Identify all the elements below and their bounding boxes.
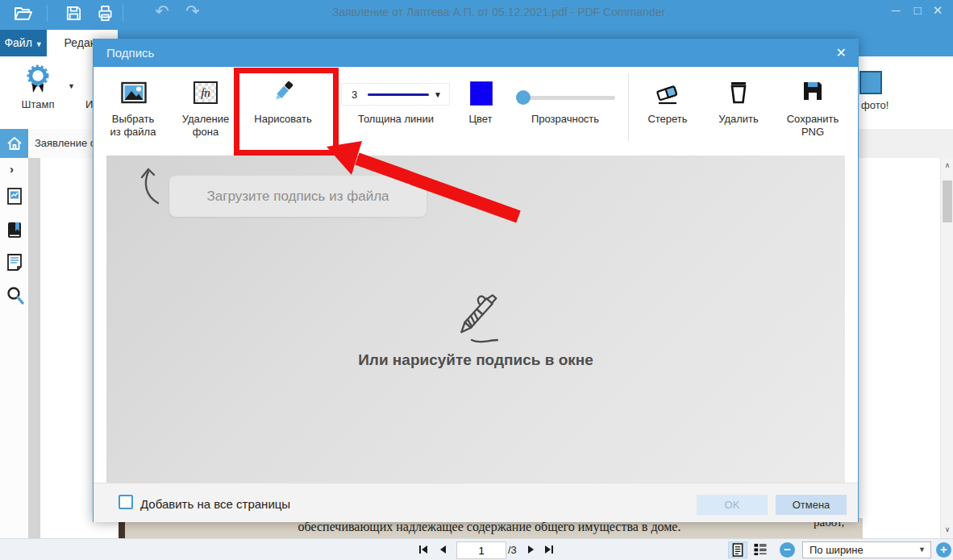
choose-from-file-button[interactable]: Выбрать из файла <box>96 113 170 139</box>
color-label: Цвет <box>456 113 505 126</box>
page-number-input[interactable] <box>456 541 506 559</box>
sidebar-panel <box>28 158 40 538</box>
highlight-rectangle <box>234 68 339 156</box>
choose-from-file-icon[interactable] <box>121 81 147 104</box>
zoom-mode-value: По ширине <box>809 544 864 556</box>
line-thickness-label: Толщина линии <box>331 113 460 126</box>
minimize-icon[interactable]: ─ <box>887 3 905 17</box>
dialog-close-icon[interactable]: ✕ <box>836 45 847 60</box>
line-thickness-select[interactable]: 3 ▼ <box>341 83 450 106</box>
draw-hint-label: Или нарисуйте подпись в окне <box>106 351 845 369</box>
previous-page-icon[interactable] <box>437 544 448 555</box>
caret-down-icon: ▼ <box>434 90 442 99</box>
color-swatch[interactable] <box>470 81 493 106</box>
erase-button[interactable]: Стереть <box>635 113 700 126</box>
caret-down-icon: ▼ <box>918 545 926 554</box>
maximize-icon[interactable]: □ <box>909 3 926 17</box>
opacity-label: Прозрачность <box>500 113 630 126</box>
cancel-button[interactable]: Отмена <box>776 495 847 515</box>
add-all-pages-checkbox[interactable] <box>119 495 133 509</box>
close-window-icon[interactable]: ✕ <box>929 3 947 18</box>
first-page-icon[interactable] <box>418 544 429 555</box>
vertical-scrollbar[interactable]: ∧ ∨ <box>940 158 953 538</box>
single-page-layout-icon[interactable] <box>728 541 747 558</box>
photo-icon <box>859 71 882 94</box>
open-folder-icon[interactable] <box>13 4 32 22</box>
line-preview <box>368 93 429 96</box>
file-menu-label: Файл <box>4 36 31 49</box>
two-page-layout-icon[interactable] <box>751 541 770 558</box>
toolbar-divider <box>628 73 629 141</box>
eraser-icon[interactable] <box>653 81 682 106</box>
signature-dialog: Подпись ✕ Выбрать из файла fn Удаление ф… <box>93 39 859 522</box>
search-icon[interactable] <box>6 285 25 306</box>
left-sidebar: › <box>0 158 29 538</box>
bookmarks-icon[interactable] <box>6 221 23 240</box>
ribbon-panel-left: ▼ Штамп И <box>0 56 93 129</box>
titlebar: ↶ ↷ Заявление от Лаптева А.П. от 05.12.2… <box>0 0 953 26</box>
window-title: Заявление от Лаптева А.П. от 05.12.2021.… <box>332 6 665 19</box>
dialog-header[interactable]: Подпись ✕ <box>94 39 858 67</box>
app-window: ↶ ↷ Заявление от Лаптева А.П. от 05.12.2… <box>0 0 953 560</box>
ok-button[interactable]: OK <box>697 495 768 515</box>
notes-icon[interactable] <box>6 253 23 272</box>
toolbar-divider <box>123 5 123 21</box>
line-thickness-value: 3 <box>352 89 357 101</box>
add-all-pages-label: Добавить на все страницы <box>140 497 290 511</box>
scroll-up-icon[interactable]: ∧ <box>941 161 953 169</box>
stamp-rosette-icon <box>22 64 54 93</box>
delete-button[interactable]: Удалить <box>706 113 771 126</box>
dialog-title: Подпись <box>106 46 154 60</box>
expand-chevron-icon[interactable]: › <box>10 162 14 176</box>
last-page-icon[interactable] <box>543 544 555 555</box>
ribbon-panel-right: фото! <box>859 56 953 127</box>
trash-icon[interactable] <box>727 80 750 104</box>
scroll-down-icon[interactable]: ∨ <box>941 525 953 533</box>
stamp-button[interactable]: Штамп <box>6 98 69 110</box>
thumbnails-icon[interactable] <box>6 187 23 206</box>
page-total-label: /3 <box>508 544 517 556</box>
print-icon[interactable] <box>95 4 114 23</box>
home-tab[interactable] <box>0 129 28 158</box>
zoom-in-button[interactable]: + <box>936 542 951 558</box>
pen-sketch-icon <box>449 284 510 346</box>
opacity-slider-track[interactable] <box>517 96 615 100</box>
scrollbar-thumb[interactable] <box>943 180 952 222</box>
save-png-icon[interactable] <box>801 80 824 102</box>
curved-arrow-icon <box>137 165 164 207</box>
remove-background-button[interactable]: Удаление фона <box>169 113 242 139</box>
undo-icon[interactable]: ↶ <box>155 2 169 21</box>
caret-down-icon: ▼ <box>35 40 43 48</box>
next-page-icon[interactable] <box>526 544 537 555</box>
ribbon-partial-label: И <box>85 98 93 110</box>
opacity-slider-knob[interactable] <box>516 90 531 105</box>
dialog-toolbar: Выбрать из файла fn Удаление фона Нарисо… <box>94 67 858 147</box>
signature-canvas[interactable]: Загрузите подпись из файла Или нарисуйте… <box>106 156 845 483</box>
photo-partial-label: фото! <box>861 99 888 111</box>
status-bar: /3 − По ширине ▼ + <box>0 538 953 560</box>
save-icon[interactable] <box>65 4 83 23</box>
save-png-button[interactable]: Сохранить PNG <box>775 113 851 139</box>
load-signature-button[interactable]: Загрузите подпись из файла <box>169 176 427 217</box>
redo-icon[interactable]: ↷ <box>185 2 200 21</box>
toolbar-divider <box>47 5 48 21</box>
remove-background-icon[interactable]: fn <box>194 81 218 104</box>
file-menu-button[interactable]: Файл ▼ <box>0 30 47 56</box>
caret-down-icon[interactable]: ▼ <box>68 82 75 90</box>
zoom-out-button[interactable]: − <box>780 542 795 558</box>
dialog-footer: Добавить на все страницы OK Отмена <box>94 483 858 522</box>
zoom-mode-select[interactable]: По ширине ▼ <box>802 541 931 558</box>
